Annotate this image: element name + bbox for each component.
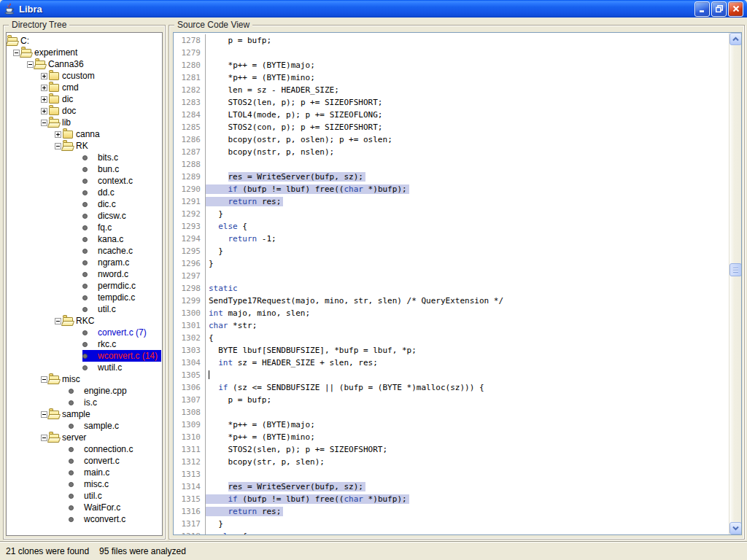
code-line[interactable]: 1310 *p++ = (BYTE)mino; (174, 431, 729, 443)
expand-plus-icon[interactable] (41, 73, 47, 79)
scrollbar-up-button[interactable] (729, 33, 742, 45)
tree-file-item[interactable]: tempdic.c (82, 292, 139, 303)
tree-file-item[interactable]: convert.c (69, 455, 123, 467)
code-line[interactable]: 1314 res = WriteServer(bufp, sz); (174, 481, 729, 493)
tree-item[interactable]: lib (7, 117, 162, 128)
code-line[interactable]: 1294 return -1; (174, 233, 729, 245)
tree-file-item[interactable]: dic.c (82, 198, 120, 210)
code-line[interactable]: 1287 bcopy(nstr, p, nslen); (174, 146, 729, 158)
tree-file-item[interactable]: context.c (82, 175, 136, 187)
tree-file-item[interactable]: nword.c (82, 268, 132, 280)
collapse-minus-icon[interactable] (13, 50, 20, 56)
code-line[interactable]: 1312 bcopy(str, p, slen); (174, 456, 729, 468)
tree-item[interactable]: RKC (7, 315, 162, 327)
code-line[interactable]: 1317 } (174, 518, 729, 530)
tree-item[interactable]: misc.c (7, 478, 162, 490)
code-line[interactable]: 1285 STOS2(con, p); p += SIZEOFSHORT; (174, 121, 729, 133)
code-line[interactable]: 1298static (174, 282, 729, 295)
tree-item[interactable]: dic.c (7, 198, 162, 210)
code-line[interactable]: 1303 BYTE lbuf[SENDBUFSIZE], *bufp = lbu… (174, 344, 729, 357)
tree-item[interactable]: C: (7, 35, 162, 47)
tree-item[interactable]: bits.c (7, 152, 162, 163)
tree-item[interactable]: canna (7, 128, 162, 140)
tree-item[interactable]: tempdic.c (7, 292, 162, 303)
tree-item[interactable]: util.c (7, 303, 162, 315)
tree-item[interactable]: nword.c (7, 268, 162, 280)
code-line[interactable]: 1289 res = WriteServer(bufp, sz); (174, 171, 729, 183)
tree-item[interactable]: ccustom (7, 70, 162, 82)
code-line[interactable]: 1296} (174, 257, 729, 270)
code-line[interactable]: 1299SendType17Request(majo, mino, str, s… (174, 295, 729, 307)
tree-item[interactable]: server (7, 432, 162, 443)
tree-file-item[interactable]: permdic.c (82, 280, 139, 292)
collapse-minus-icon[interactable] (55, 318, 61, 324)
code-line[interactable]: 1288 (174, 158, 729, 171)
tree-file-item[interactable]: connection.c (69, 443, 136, 455)
expand-plus-icon[interactable] (41, 85, 47, 91)
tree-item[interactable]: dic (7, 93, 162, 105)
tree-file-item[interactable]: is.c (69, 397, 101, 408)
expand-plus-icon[interactable] (55, 131, 61, 138)
tree-file-item[interactable]: bun.c (82, 163, 123, 175)
tree-item[interactable]: dicsw.c (7, 210, 162, 222)
scrollbar-thumb[interactable] (729, 263, 742, 276)
tree-item[interactable]: WaitFor.c (7, 502, 162, 513)
restore-button[interactable] (711, 1, 727, 17)
scrollbar-track[interactable] (729, 33, 741, 534)
tree-item[interactable]: cmd (7, 82, 162, 93)
tree-item[interactable]: misc (7, 373, 162, 385)
tree-item[interactable]: ngram.c (7, 257, 162, 268)
tree-file-item[interactable]: kana.c (82, 233, 127, 245)
code-line[interactable]: 1295 } (174, 245, 729, 257)
tree-file-item[interactable]: WaitFor.c (69, 502, 124, 513)
code-line[interactable]: 1293 else { (174, 220, 729, 233)
tree-item[interactable]: bun.c (7, 163, 162, 175)
tree-file-item[interactable]: ngram.c (82, 257, 133, 268)
tree-item[interactable]: wconvert.c (14) (7, 350, 162, 362)
code-line[interactable]: 1306 if (sz <= SENDBUFSIZE || (bufp = (B… (174, 381, 729, 394)
tree-item[interactable]: doc (7, 105, 162, 117)
code-line[interactable]: 1318 else { (174, 530, 729, 534)
code-line[interactable]: 1292 } (174, 208, 729, 220)
tree-item[interactable]: context.c (7, 175, 162, 187)
collapse-minus-icon[interactable] (41, 435, 47, 441)
tree-item[interactable]: is.c (7, 397, 162, 408)
code-line[interactable]: 1300int majo, mino, slen; (174, 307, 729, 319)
code-line[interactable]: 1281 *p++ = (BYTE)mino; (174, 71, 729, 84)
tree-file-item[interactable]: ncache.c (82, 245, 136, 257)
tree-file-item[interactable]: util.c (82, 303, 120, 315)
code-line[interactable]: 1290 if (bufp != lbuf) free((char *)bufp… (174, 183, 729, 195)
tree-item[interactable]: convert.c (7) (7, 327, 162, 338)
code-line[interactable]: 1304 int sz = HEADER_SIZE + slen, res; (174, 357, 729, 369)
source-code-view[interactable]: 1278 p = bufp;12791280 *p++ = (BYTE)majo… (173, 32, 742, 535)
code-line[interactable]: 1311 STOS2(slen, p); p += SIZEOFSHORT; (174, 443, 729, 456)
directory-tree[interactable]: C:experimentCanna36ccustomcmddicdoclibca… (6, 32, 163, 536)
tree-item[interactable]: ncache.c (7, 245, 162, 257)
code-line[interactable]: 1278 p = bufp; (174, 34, 729, 47)
code-line[interactable]: 1305 (174, 369, 729, 381)
tree-item[interactable]: dd.c (7, 187, 162, 198)
code-line[interactable]: 1291 return res; (174, 195, 729, 208)
tree-file-item[interactable]: engine.cpp (69, 385, 131, 397)
code-line[interactable]: 1313 (174, 468, 729, 481)
collapse-minus-icon[interactable] (41, 120, 47, 126)
tree-item[interactable]: RK (7, 140, 162, 152)
tree-item[interactable]: engine.cpp (7, 385, 162, 397)
code-line[interactable]: 1279 (174, 47, 729, 59)
expand-plus-icon[interactable] (41, 96, 47, 103)
code-line[interactable]: 1302{ (174, 332, 729, 344)
code-line[interactable]: 1283 STOS2(len, p); p += SIZEOFSHORT; (174, 96, 729, 109)
tree-item[interactable]: rkc.c (7, 338, 162, 350)
tree-file-item[interactable]: util.c (69, 490, 106, 502)
tree-file-item[interactable]: convert.c (7) (82, 327, 150, 338)
tree-file-item[interactable]: misc.c (69, 478, 112, 490)
tree-file-item[interactable]: dd.c (82, 187, 118, 198)
tree-item[interactable]: fq.c (7, 222, 162, 233)
tree-file-item[interactable]: fq.c (82, 222, 115, 233)
code-line[interactable]: 1280 *p++ = (BYTE)majo; (174, 59, 729, 71)
tree-file-item[interactable]: wutil.c (82, 362, 125, 373)
code-line[interactable]: 1307 p = bufp; (174, 394, 729, 406)
tree-item[interactable]: main.c (7, 467, 162, 478)
code-line[interactable]: 1316 return res; (174, 505, 729, 518)
code-line[interactable]: 1297 (174, 270, 729, 282)
